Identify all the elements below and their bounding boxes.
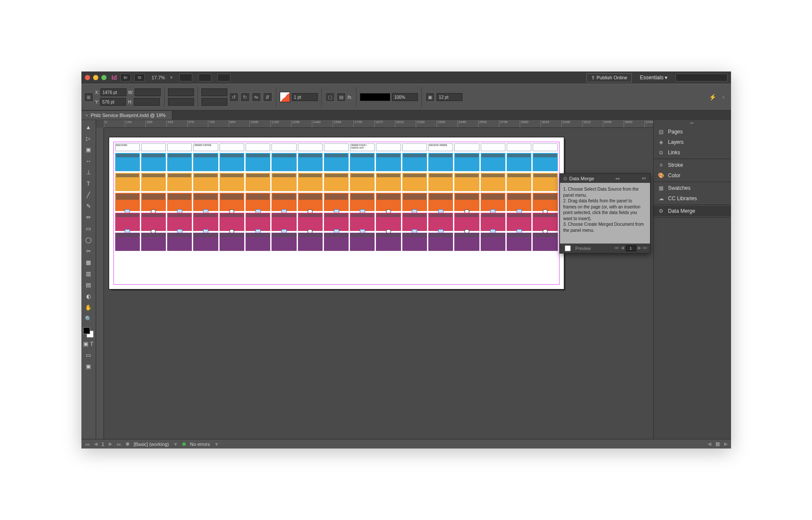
fill-color-bar[interactable] [360,93,390,101]
opacity-input[interactable] [392,93,418,101]
blueprint-card[interactable] [507,213,531,231]
blueprint-card[interactable] [167,213,192,231]
blueprint-card[interactable] [481,193,505,211]
blueprint-card[interactable] [141,153,166,171]
shear-input[interactable] [201,98,227,106]
blueprint-card[interactable] [115,193,140,211]
content-collector-tool[interactable]: ⊥ [83,167,94,177]
scroll-left-icon[interactable]: ◀ [708,441,711,447]
blueprint-card[interactable] [167,233,192,251]
blueprint-card[interactable] [193,233,218,251]
screen-mode-icon[interactable]: ▣ [83,361,94,371]
blueprint-card[interactable] [298,153,323,171]
stage-header[interactable] [167,143,192,151]
color-panel-tab[interactable]: 🎨Color [653,170,731,181]
bridge-button[interactable]: Br [120,74,131,81]
stage-header[interactable] [141,143,166,151]
blueprint-card[interactable] [272,233,296,251]
stage-header[interactable] [507,143,531,151]
blueprint-card[interactable] [454,153,479,171]
selection-tool[interactable]: ▲ [83,122,94,132]
blueprint-card[interactable] [272,193,296,211]
panel-grip-icon[interactable]: ◇ [563,176,567,181]
page-number-input[interactable] [626,245,636,251]
blueprint-card[interactable] [298,233,323,251]
gradient-swatch-tool[interactable]: ▥ [83,268,94,279]
panel-collapse-icon[interactable]: ▸▸ [616,176,620,181]
blueprint-card[interactable] [272,173,296,191]
blueprint-card[interactable] [454,233,479,251]
prev-spread-icon[interactable]: ◀ [94,441,97,447]
blueprint-card[interactable] [193,173,218,191]
blueprint-card[interactable] [454,213,479,231]
blueprint-card[interactable] [246,233,270,251]
blueprint-card[interactable] [533,233,557,251]
blueprint-card[interactable] [350,153,375,171]
object-style-indicator[interactable]: [Basic] (working) [134,442,169,447]
blueprint-card[interactable] [402,233,427,251]
quick-apply-icon[interactable]: ⚡ [709,94,721,101]
blueprint-card[interactable] [193,153,218,171]
stage-header[interactable] [376,143,401,151]
hand-tool[interactable]: ✋ [83,302,94,312]
blueprint-card[interactable] [246,153,270,171]
panel-header[interactable]: ◇ Data Merge ▸▸ ▾≡ [560,174,650,183]
type-tool[interactable]: T [83,178,94,188]
stage-header[interactable]: DISCOVER [115,143,140,151]
links-panel-tab[interactable]: ⧉Links [653,147,731,158]
scissors-tool[interactable]: ✂ [83,246,94,256]
ellipse-tool[interactable]: ◯ [83,234,94,245]
next-page-icon[interactable]: ▶ [638,245,641,251]
blueprint-card[interactable] [481,213,505,231]
screen-mode-button[interactable] [198,74,211,81]
blueprint-card[interactable] [428,193,453,211]
pencil-tool[interactable]: ✏ [83,212,94,222]
blueprint-card[interactable] [220,173,244,191]
chevron-down-icon[interactable]: ▼ [169,75,173,80]
workspace-switcher[interactable]: Essentials ▾ [640,75,667,81]
blueprint-card[interactable] [115,233,140,251]
blueprint-card[interactable] [298,213,323,231]
blueprint-card[interactable] [376,213,401,231]
document-tab[interactable]: ×Philz Service Blueprint.indd @ 18% [81,111,172,120]
gap-tool[interactable]: ↔ [83,156,94,166]
panel-menu-icon[interactable]: ▾≡ [642,176,647,181]
first-spread-icon[interactable]: ⏮ [85,442,90,447]
blueprint-card[interactable] [220,213,244,231]
blueprint-card[interactable] [272,213,296,231]
stage-header[interactable] [272,143,296,151]
flip-h-icon[interactable]: ⇋ [252,92,261,102]
blueprint-card[interactable] [141,173,166,191]
blueprint-card[interactable] [428,173,453,191]
arrange-button[interactable] [217,74,230,81]
pages-panel-tab[interactable]: ▤Pages [653,127,731,137]
stage-header[interactable] [533,143,557,151]
blueprint-card[interactable] [350,233,375,251]
blueprint-card[interactable] [350,213,375,231]
line-tool[interactable]: ╱ [83,189,94,200]
blueprint-card[interactable] [220,153,244,171]
dock-collapse-icon[interactable]: ▸▸ [653,120,731,126]
w-input[interactable] [135,88,161,96]
data-merge-panel[interactable]: ◇ Data Merge ▸▸ ▾≡ 1. Choose Select Data… [560,173,650,254]
blueprint-card[interactable] [402,173,427,191]
stage-header[interactable] [246,143,270,151]
stage-header[interactable] [481,143,505,151]
stroke-weight-input[interactable] [292,93,318,101]
blueprint-card[interactable] [141,213,166,231]
blueprint-card[interactable] [141,233,166,251]
zoom-level[interactable]: 17.7% [152,75,165,80]
view-mode-icon[interactable]: ▭ [83,350,94,360]
stage-header[interactable]: ORDER COFFEE [193,143,218,151]
close-icon[interactable] [85,75,90,80]
blueprint-card[interactable] [481,233,505,251]
layers-panel-tab[interactable]: ◈Layers [653,137,731,147]
blueprint-card[interactable] [481,173,505,191]
blueprint-card[interactable] [324,233,349,251]
blueprint-card[interactable] [324,173,349,191]
view-options-button[interactable] [179,74,192,81]
blueprint-card[interactable] [115,213,140,231]
canvas[interactable]: 0144288432576720864100811521296144015841… [96,120,653,439]
fill-stroke-swatches[interactable] [83,327,94,338]
blueprint-card[interactable] [402,193,427,211]
